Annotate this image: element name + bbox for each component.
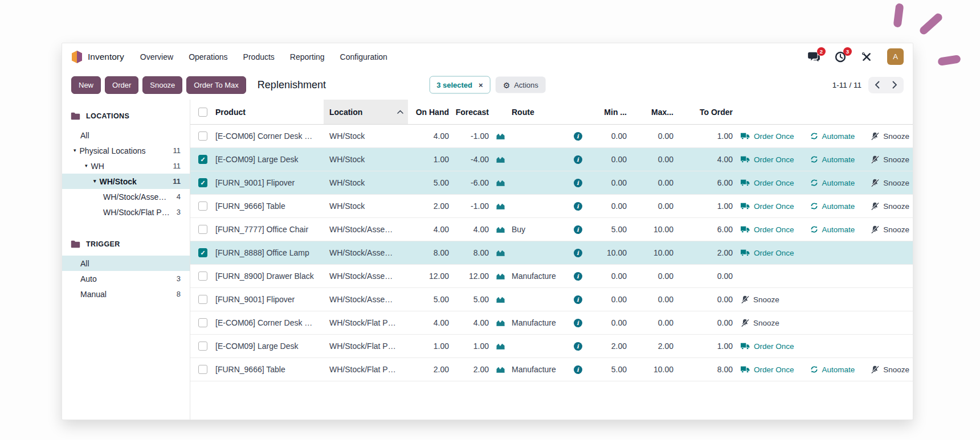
snooze-button[interactable]: Snooze [871, 365, 909, 374]
avatar[interactable]: A [887, 48, 904, 65]
nav-item-products[interactable]: Products [243, 52, 275, 61]
row-checkbox[interactable]: ✓ [198, 272, 207, 281]
order-once-button[interactable]: Order Once [741, 179, 794, 187]
forecast-graph-icon[interactable] [496, 319, 505, 327]
sidebar-item-wh-stock-flat[interactable]: WH/Stock/Flat P… 3 [62, 204, 190, 220]
snooze-button[interactable]: Snooze [142, 76, 182, 94]
sidebar-item-wh-stock[interactable]: ▾ WH/Stock 11 [62, 174, 190, 189]
nav-item-reporting[interactable]: Reporting [290, 52, 325, 61]
nav-item-overview[interactable]: Overview [140, 52, 173, 61]
column-header-route[interactable]: Route [512, 100, 567, 124]
info-icon[interactable]: i [574, 319, 582, 327]
info-icon[interactable]: i [574, 365, 582, 374]
table-row[interactable]: ✓ [FURN_9001] Flipover WH/Stock 5.00 -6.… [190, 171, 913, 195]
row-checkbox[interactable]: ✓ [198, 365, 207, 374]
order-once-button[interactable]: Order Once [741, 155, 794, 164]
order-once-button[interactable]: Order Once [741, 202, 794, 211]
row-checkbox[interactable]: ✓ [198, 248, 207, 257]
order-once-button[interactable]: Order Once [741, 365, 794, 374]
automate-button[interactable]: Automate [810, 155, 855, 164]
forecast-graph-icon[interactable] [496, 272, 505, 280]
snooze-button[interactable]: Snooze [741, 295, 779, 304]
messages-icon[interactable]: 2 [808, 51, 820, 62]
column-header-product[interactable]: Product [215, 100, 324, 124]
snooze-button[interactable]: Snooze [871, 132, 909, 141]
automate-button[interactable]: Automate [810, 225, 855, 234]
caret-down-icon[interactable]: ▾ [85, 163, 88, 168]
row-checkbox[interactable]: ✓ [198, 178, 207, 187]
table-row[interactable]: ✓ [E-COM09] Large Desk WH/Stock 1.00 -4.… [190, 148, 913, 171]
nav-item-configuration[interactable]: Configuration [340, 52, 387, 61]
forecast-graph-icon[interactable] [496, 155, 505, 163]
snooze-button[interactable]: Snooze [871, 179, 909, 187]
order-once-button[interactable]: Order Once [741, 225, 794, 234]
select-all-checkbox[interactable]: ✓ [198, 108, 207, 117]
activities-icon[interactable]: 3 [835, 51, 846, 63]
app-menu-toggle[interactable]: Inventory [71, 51, 124, 63]
table-row[interactable]: ✓ [FURN_8900] Drawer Black WH/Stock/Asse… [190, 265, 913, 288]
automate-button[interactable]: Automate [810, 202, 855, 211]
forecast-graph-icon[interactable] [496, 365, 505, 373]
forecast-graph-icon[interactable] [496, 202, 505, 210]
table-row[interactable]: ✓ [FURN_9666] Table WH/Stock 2.00 -1.00 … [190, 195, 913, 218]
table-row[interactable]: ✓ [E-COM06] Corner Desk … WH/Stock/Flat … [190, 311, 913, 335]
info-icon[interactable]: i [574, 132, 582, 141]
order-once-button[interactable]: Order Once [741, 249, 794, 257]
selected-count-chip[interactable]: 3 selected × [429, 76, 490, 94]
table-row[interactable]: ✓ [FURN_9001] Flipover WH/Stock/Asse… 5.… [190, 288, 913, 311]
forecast-graph-icon[interactable] [496, 249, 505, 257]
table-row[interactable]: ✓ [FURN_8888] Office Lamp WH/Stock/Asse…… [190, 241, 913, 265]
sidebar-item-physical-locations[interactable]: ▾ Physical Locations 11 [62, 143, 190, 158]
row-checkbox[interactable]: ✓ [198, 131, 207, 141]
caret-down-icon[interactable]: ▾ [93, 179, 96, 184]
column-header-forecast[interactable]: Forecast [449, 100, 489, 124]
pager-previous-icon[interactable] [868, 77, 886, 93]
info-icon[interactable]: i [574, 202, 582, 211]
sidebar-item-trigger-manual[interactable]: Manual 8 [62, 286, 190, 302]
caret-down-icon[interactable]: ▾ [74, 148, 76, 153]
nav-item-operations[interactable]: Operations [189, 52, 227, 61]
row-checkbox[interactable]: ✓ [198, 202, 207, 211]
table-row[interactable]: ✓ [E-COM09] Large Desk WH/Stock/Flat P… … [190, 335, 913, 358]
info-icon[interactable]: i [574, 179, 582, 187]
forecast-graph-icon[interactable] [496, 225, 505, 233]
info-icon[interactable]: i [574, 272, 582, 281]
new-button[interactable]: New [71, 76, 101, 94]
row-checkbox[interactable]: ✓ [198, 155, 207, 164]
order-once-button[interactable]: Order Once [741, 342, 794, 351]
forecast-graph-icon[interactable] [496, 132, 505, 140]
forecast-graph-icon[interactable] [496, 179, 505, 187]
sidebar-item-wh-stock-asse[interactable]: WH/Stock/Asse… 4 [62, 189, 190, 204]
sidebar-item-locations-all[interactable]: All [62, 128, 190, 143]
tools-icon[interactable] [861, 51, 872, 63]
snooze-button[interactable]: Snooze [871, 155, 909, 164]
snooze-button[interactable]: Snooze [871, 202, 909, 211]
table-row[interactable]: ✓ [FURN_9666] Table WH/Stock/Flat P… 2.0… [190, 358, 913, 381]
info-icon[interactable]: i [574, 295, 582, 304]
clear-selection-icon[interactable]: × [479, 81, 483, 89]
row-checkbox[interactable]: ✓ [198, 318, 207, 327]
automate-button[interactable]: Automate [810, 179, 855, 187]
column-header-min[interactable]: Min ... [588, 100, 627, 124]
column-header-location[interactable]: Location [324, 100, 408, 124]
info-icon[interactable]: i [574, 249, 582, 257]
forecast-graph-icon[interactable] [496, 295, 505, 303]
sidebar-item-trigger-all[interactable]: All [62, 256, 190, 271]
info-icon[interactable]: i [574, 342, 582, 351]
sidebar-item-trigger-auto[interactable]: Auto 3 [62, 271, 190, 286]
info-icon[interactable]: i [574, 155, 582, 164]
column-header-to-order[interactable]: To Order [673, 100, 733, 124]
row-checkbox[interactable]: ✓ [198, 225, 207, 234]
info-icon[interactable]: i [574, 225, 582, 234]
snooze-button[interactable]: Snooze [741, 319, 779, 327]
table-row[interactable]: ✓ [FURN_7777] Office Chair WH/Stock/Asse… [190, 218, 913, 241]
sidebar-item-wh[interactable]: ▾ WH 11 [62, 158, 190, 174]
column-header-max[interactable]: Max... [627, 100, 673, 124]
order-to-max-button[interactable]: Order To Max [186, 76, 246, 94]
pager-next-icon[interactable] [886, 77, 904, 93]
order-once-button[interactable]: Order Once [741, 132, 794, 141]
row-checkbox[interactable]: ✓ [198, 342, 207, 351]
order-button[interactable]: Order [105, 76, 138, 94]
automate-button[interactable]: Automate [810, 132, 855, 141]
forecast-graph-icon[interactable] [496, 342, 505, 350]
